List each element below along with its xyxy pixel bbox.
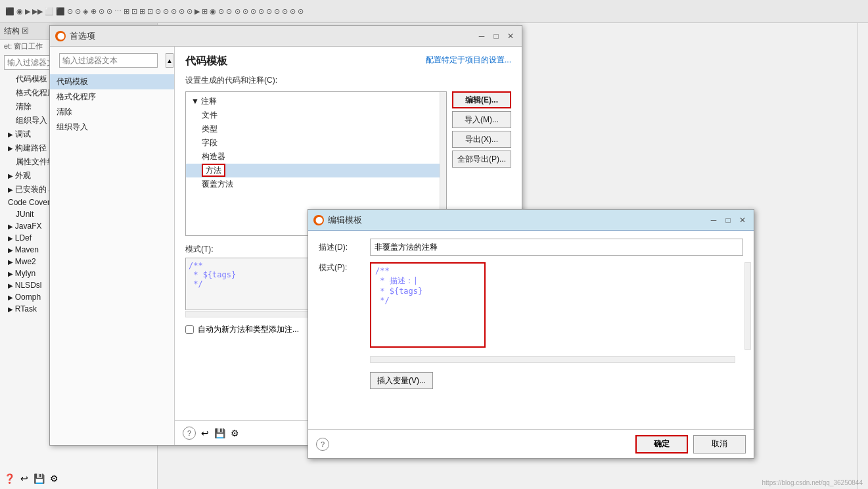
edit-maximize-button[interactable]: □ (722, 214, 734, 226)
method-label: 方法 (202, 164, 225, 177)
pref-settings-icon2[interactable]: ⚙ (231, 428, 239, 438)
edit-cancel-button[interactable]: 取消 (693, 435, 746, 454)
preferences-icon: ⬤ (55, 31, 66, 41)
edit-title-controls: ─ □ ✕ (708, 214, 748, 226)
edit-minimize-button[interactable]: ─ (708, 214, 720, 226)
pref-nav-organize[interactable]: 组织导入 (50, 120, 174, 135)
ide-right-scrollbar[interactable] (857, 23, 868, 489)
pref-import-button[interactable]: 导入(M)... (452, 111, 511, 128)
edit-template-title-bar: ⬤ 编辑模板 ─ □ ✕ (308, 210, 754, 231)
preferences-title-bar: ⬤ 首选项 ─ □ ✕ (50, 26, 522, 47)
pref-tree-item-file[interactable]: 文件 (186, 108, 446, 122)
pref-tree-list: ▼ 注释 文件 类型 字段 构造器 方法 覆盖方法 (186, 92, 446, 194)
pref-filter-input[interactable] (59, 53, 158, 68)
pref-tree-item-method[interactable]: 方法 (186, 164, 446, 177)
pref-nav-clean[interactable]: 清除 (50, 105, 174, 120)
preferences-title-controls: ─ □ ✕ (476, 30, 516, 42)
pref-export-button[interactable]: 导出(X)... (452, 131, 511, 148)
pref-config-link[interactable]: 配置特定于项目的设置... (426, 55, 511, 66)
pref-nav-list: 代码模板 格式化程序 清除 组织导入 (50, 74, 174, 135)
edit-template-body: 描述(D): 模式(P): /** * 描述：| * ${tags} */ 插入… (308, 231, 754, 397)
pref-nav-formatter[interactable]: 格式化程序 (50, 89, 174, 105)
edit-bottom-bar: ? 确定 取消 (308, 429, 754, 458)
edit-insert-variable-button[interactable]: 插入变量(V)... (370, 372, 433, 389)
preferences-minimize-button[interactable]: ─ (476, 30, 488, 42)
pref-tree-item-constructor[interactable]: 构造器 (186, 150, 446, 164)
pref-export-all-button[interactable]: 全部导出(P)... (452, 151, 511, 168)
edit-desc-input[interactable] (370, 239, 743, 256)
pref-help-icon[interactable]: ? (183, 427, 196, 440)
edit-template-dialog: ⬤ 编辑模板 ─ □ ✕ 描述(D): 模式(P): /** * 描述：| * … (308, 209, 754, 459)
ide-toolbar: ⬛ ◉ ▶ ▶▶ ⬜ ⬛ ⊙ ⊙ ◈ ⊕ ⊙ ⊙ ⋯ ⊞ ⊡ ⊞ ⊡ ⊙ ⊙ ⊙… (0, 0, 868, 23)
settings-icon[interactable]: ⚙ (50, 473, 58, 484)
edit-ok-button[interactable]: 确定 (635, 435, 688, 454)
edit-mode-label: 模式(P): (319, 262, 365, 273)
pref-tree-item-override[interactable]: 覆盖方法 (186, 177, 446, 191)
watermark: https://blog.csdn.net/qq_36250844 (762, 479, 863, 486)
pref-edit-button[interactable]: 编辑(E)... (452, 91, 511, 108)
help-icon[interactable]: ❓ (4, 473, 15, 484)
edit-insert-var-row: 插入变量(V)... (370, 369, 743, 389)
pref-save-icon[interactable]: 💾 (214, 428, 225, 438)
pref-tree-item-field[interactable]: 字段 (186, 136, 446, 150)
edit-dialog-icon: ⬤ (313, 215, 324, 225)
save-icon[interactable]: 💾 (34, 473, 45, 484)
pref-filter-up[interactable]: ▲ (166, 53, 173, 68)
pref-checkbox-label: 自动为新方法和类型添加注... (198, 324, 299, 335)
edit-textarea-vscrollbar[interactable] (744, 262, 751, 350)
pref-tree-item-type[interactable]: 类型 (186, 122, 446, 136)
pref-nav-code-templates[interactable]: 代码模板 (50, 74, 174, 89)
edit-desc-label: 描述(D): (319, 242, 365, 253)
restore-icon[interactable]: ↩ (20, 473, 28, 484)
edit-title-left: ⬤ 编辑模板 (313, 214, 362, 226)
preferences-maximize-button[interactable]: □ (490, 30, 502, 42)
pref-pattern-text: /** * ${tags} */ (189, 261, 236, 289)
preferences-title-left: ⬤ 首选项 (55, 30, 95, 42)
edit-mode-textarea[interactable]: /** * 描述：| * ${tags} */ (370, 262, 486, 348)
preferences-close-button[interactable]: ✕ (505, 30, 516, 42)
sidebar-title: 结构 ☒ (4, 26, 29, 37)
preferences-title-text: 首选项 (70, 30, 95, 42)
edit-title-text: 编辑模板 (328, 214, 362, 226)
pref-restore-icon[interactable]: ↩ (201, 428, 209, 438)
edit-textarea-hscrollbar[interactable] (370, 356, 735, 363)
toolbar-icons: ⬛ ◉ ▶ ▶▶ ⬜ ⬛ ⊙ ⊙ ◈ ⊕ ⊙ ⊙ ⋯ ⊞ ⊡ ⊞ ⊡ ⊙ ⊙ ⊙… (5, 7, 304, 16)
edit-mode-row: 模式(P): /** * 描述：| * ${tags} */ (319, 262, 743, 350)
pref-checkbox[interactable] (185, 325, 194, 334)
preferences-nav: ▲ 代码模板 格式化程序 清除 组织导入 (50, 47, 175, 445)
edit-desc-row: 描述(D): (319, 239, 743, 256)
edit-help-icon[interactable]: ? (316, 438, 329, 451)
pref-set-label: 设置生成的代码和注释(C): (185, 75, 511, 86)
sidebar-bottom-icons: ❓ ↩ 💾 ⚙ (4, 473, 58, 484)
edit-close-button[interactable]: ✕ (737, 214, 748, 226)
pref-tree-item-comments[interactable]: ▼ 注释 (186, 95, 446, 108)
